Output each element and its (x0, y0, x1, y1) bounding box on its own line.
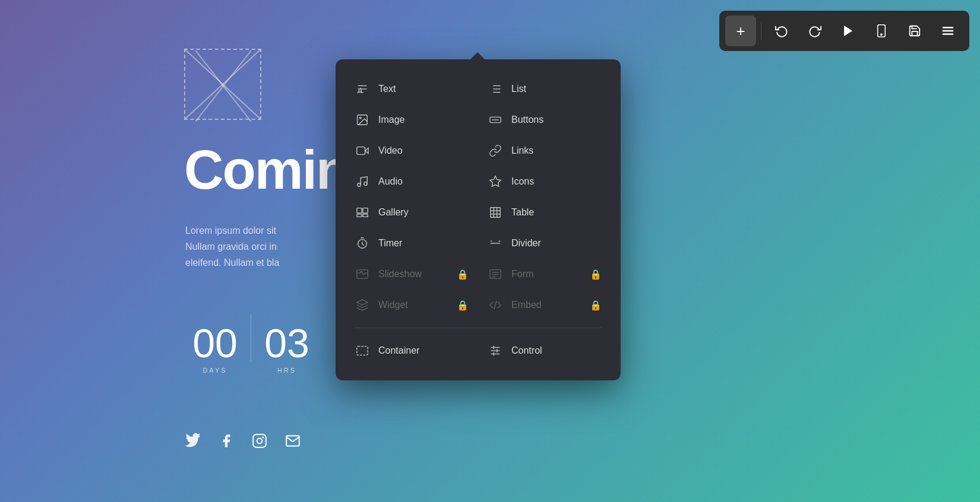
menu-item-container-label: Container (378, 345, 419, 356)
menu-item-widget[interactable]: Widget 🔒 (345, 290, 478, 320)
menu-item-table[interactable]: Table (478, 197, 611, 228)
facebook-icon[interactable] (219, 433, 234, 453)
svg-rect-50 (357, 347, 368, 355)
svg-point-9 (257, 439, 263, 444)
menu-item-list-label: List (511, 84, 526, 94)
svg-marker-0 (845, 26, 852, 36)
menu-bottom-grid: Container Control (336, 333, 621, 368)
widget-lock-icon: 🔒 (457, 300, 469, 311)
preview-button[interactable] (833, 15, 864, 46)
menu-grid: A Text List Image Buttons (336, 71, 621, 323)
redo-button[interactable] (799, 15, 830, 46)
menu-item-icons-label: Icons (511, 176, 534, 187)
embed-icon (488, 297, 503, 313)
menu-item-list[interactable]: List (478, 74, 611, 104)
text-icon: A (355, 81, 370, 97)
add-button[interactable]: + (725, 15, 756, 46)
hrs-unit: 03 HRS (257, 323, 317, 374)
svg-rect-34 (491, 208, 501, 218)
gallery-icon (355, 205, 370, 220)
svg-text:A: A (357, 86, 363, 95)
svg-rect-32 (357, 214, 362, 217)
control-icon (488, 343, 503, 358)
days-unit: 00 DAYS (185, 323, 245, 374)
menu-item-container[interactable]: Container (345, 335, 478, 366)
menu-item-slideshow-label: Slideshow (378, 269, 422, 279)
divider-icon (488, 236, 503, 251)
icons-icon (488, 174, 503, 189)
svg-point-10 (263, 437, 263, 438)
hrs-number: 03 (264, 323, 309, 363)
menu-item-buttons[interactable]: Buttons (478, 104, 611, 135)
countdown: 00 DAYS 03 HRS (185, 314, 317, 374)
svg-rect-33 (363, 214, 368, 217)
menu-item-divider[interactable]: Divider (478, 228, 611, 259)
menu-divider (355, 328, 602, 328)
twitter-icon[interactable] (185, 433, 201, 453)
slideshow-lock-icon: 🔒 (457, 269, 469, 280)
svg-rect-31 (363, 208, 368, 213)
svg-rect-8 (253, 434, 266, 447)
form-icon (488, 266, 503, 282)
buttons-icon (488, 112, 503, 128)
video-icon (355, 143, 370, 158)
menu-item-gallery-label: Gallery (378, 207, 409, 218)
email-icon[interactable] (285, 433, 301, 453)
image-icon (355, 112, 370, 128)
toolbar-divider (761, 21, 761, 40)
hrs-label: HRS (277, 367, 296, 374)
save-button[interactable] (899, 15, 930, 46)
svg-marker-29 (490, 176, 501, 186)
menu-item-links-label: Links (511, 145, 533, 156)
menu-item-embed[interactable]: Embed 🔒 (478, 290, 611, 320)
svg-marker-26 (365, 148, 369, 153)
toolbar: + (719, 11, 969, 51)
placeholder-image[interactable] (184, 49, 261, 120)
menu-item-slideshow[interactable]: Slideshow 🔒 (345, 259, 478, 290)
menu-item-form-label: Form (511, 269, 533, 279)
menu-item-icons[interactable]: Icons (478, 166, 611, 197)
menu-item-control-label: Control (511, 345, 542, 356)
svg-point-22 (359, 117, 361, 119)
svg-point-28 (364, 182, 368, 186)
menu-item-embed-label: Embed (511, 300, 542, 310)
undo-button[interactable] (766, 15, 797, 46)
container-icon (355, 343, 370, 358)
lorem-text: Lorem ipsum dolor sit Nullam gravida orc… (185, 223, 279, 271)
menu-item-text[interactable]: A Text (345, 74, 478, 104)
svg-rect-44 (357, 270, 368, 279)
menu-item-links[interactable]: Links (478, 135, 611, 166)
menu-item-divider-label: Divider (511, 238, 541, 249)
menu-item-image[interactable]: Image (345, 104, 478, 135)
mobile-view-button[interactable] (866, 15, 897, 46)
audio-icon (355, 174, 370, 189)
menu-item-audio-label: Audio (378, 176, 403, 187)
menu-item-image-label: Image (378, 115, 404, 125)
svg-point-27 (358, 183, 361, 187)
add-element-dropdown: A Text List Image Buttons (336, 59, 621, 380)
menu-item-video[interactable]: Video (345, 135, 478, 166)
menu-item-widget-label: Widget (378, 300, 408, 310)
menu-item-control[interactable]: Control (478, 335, 611, 366)
instagram-icon[interactable] (252, 433, 267, 453)
menu-item-buttons-label: Buttons (511, 115, 543, 125)
days-number: 00 (192, 323, 238, 363)
embed-lock-icon: 🔒 (590, 300, 602, 311)
hamburger-menu-button[interactable] (932, 15, 963, 46)
days-label: DAYS (203, 367, 227, 374)
svg-line-49 (494, 301, 497, 309)
menu-item-audio[interactable]: Audio (345, 166, 478, 197)
timer-icon (355, 236, 370, 251)
menu-item-video-label: Video (378, 145, 403, 156)
menu-item-text-label: Text (378, 84, 396, 94)
menu-item-gallery[interactable]: Gallery (345, 197, 478, 228)
menu-item-timer[interactable]: Timer (345, 228, 478, 259)
menu-item-timer-label: Timer (378, 238, 402, 249)
table-icon (488, 205, 503, 220)
form-lock-icon: 🔒 (590, 269, 602, 280)
svg-rect-25 (357, 147, 365, 155)
menu-item-table-label: Table (511, 207, 534, 218)
svg-point-2 (881, 34, 882, 35)
links-icon (488, 143, 503, 158)
menu-item-form[interactable]: Form 🔒 (478, 259, 611, 290)
